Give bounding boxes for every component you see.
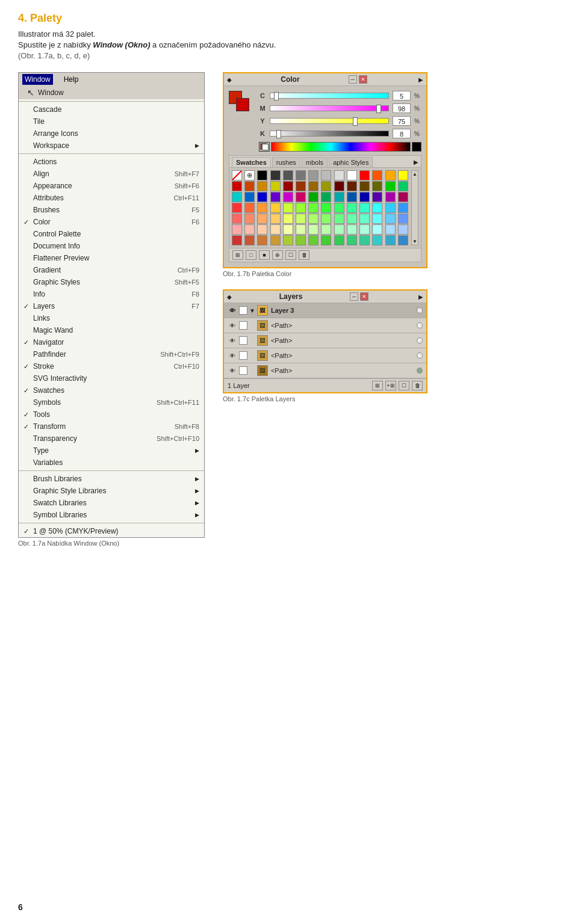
swatch-cell[interactable] xyxy=(372,203,382,213)
swatch-cell[interactable] xyxy=(257,203,267,213)
swatch-cell[interactable] xyxy=(398,203,408,213)
swatch-target-btn[interactable]: ⊕ xyxy=(272,250,283,260)
tab-aphic-styles[interactable]: aphic Styles xyxy=(329,157,373,167)
swatch-cell[interactable] xyxy=(232,203,242,213)
color-minimize-btn[interactable]: ─ xyxy=(349,75,357,84)
path1-eye-icon[interactable]: 👁 xyxy=(228,321,237,330)
swatch-target[interactable]: ⊕ xyxy=(244,170,255,180)
swatch-cell[interactable] xyxy=(321,181,331,191)
swatch-cell[interactable] xyxy=(398,214,408,224)
menu-bar-window[interactable]: Window xyxy=(22,74,53,85)
swatch-cell[interactable] xyxy=(347,192,357,202)
layer3-expand[interactable]: ▼ xyxy=(249,307,255,314)
swatch-cell[interactable] xyxy=(321,224,331,235)
color-menu-arrow[interactable]: ◆ xyxy=(227,76,232,83)
swatch-cell[interactable] xyxy=(270,235,281,245)
c-slider[interactable] xyxy=(270,93,389,99)
swatch-cell[interactable] xyxy=(347,203,357,213)
swatch-cell[interactable] xyxy=(296,203,306,213)
swatch-cell[interactable] xyxy=(372,192,382,202)
menu-item-svg[interactable]: SVG Interactivity xyxy=(19,372,204,384)
menu-item-attributes[interactable]: AttributesCtrl+F11 xyxy=(19,192,204,204)
background-color-swatch[interactable] xyxy=(236,98,249,111)
menu-item-info[interactable]: InfoF8 xyxy=(19,288,204,300)
tab-swatches[interactable]: Swatches xyxy=(232,157,271,167)
menu-item-align[interactable]: AlignShift+F7 xyxy=(19,168,204,180)
black-swatch[interactable] xyxy=(412,142,421,152)
swatch-cell[interactable] xyxy=(270,192,281,202)
swatch-cell[interactable] xyxy=(270,203,281,213)
layers-make-comp-btn[interactable]: ⊞ xyxy=(372,381,383,390)
menu-item-color[interactable]: ColorF6 xyxy=(19,216,204,228)
menu-bar-help[interactable]: Help xyxy=(61,74,81,85)
swatch-cell[interactable] xyxy=(257,235,267,245)
swatch-cell[interactable] xyxy=(359,203,370,213)
swatch-trash-btn[interactable]: 🗑 xyxy=(299,250,309,260)
swatch-cell[interactable] xyxy=(334,170,344,180)
swatch-new-group-btn[interactable]: ⊞ xyxy=(232,250,243,260)
swatch-cell[interactable] xyxy=(334,235,344,245)
menu-item-active-file[interactable]: 1 @ 50% (CMYK/Preview) xyxy=(19,525,204,537)
swatch-cell[interactable] xyxy=(347,214,357,224)
swatch-cell[interactable] xyxy=(232,214,242,224)
swatch-cell[interactable] xyxy=(398,224,408,235)
swatch-cell[interactable] xyxy=(385,181,396,191)
swatch-cell[interactable] xyxy=(321,170,331,180)
c-thumb[interactable] xyxy=(274,92,279,100)
swatch-cell[interactable] xyxy=(257,192,267,202)
swatch-cell[interactable] xyxy=(334,203,344,213)
swatch-cell[interactable] xyxy=(244,203,255,213)
path3-checkbox[interactable] xyxy=(239,351,247,360)
path2-eye-icon[interactable]: 👁 xyxy=(228,336,237,345)
swatch-cell[interactable] xyxy=(296,192,306,202)
menu-item-new-window[interactable]: ↖ Window xyxy=(19,86,204,99)
swatch-cell[interactable] xyxy=(244,224,255,235)
swatch-cell[interactable] xyxy=(398,181,408,191)
path4-checkbox[interactable] xyxy=(239,366,247,375)
swatch-cell[interactable] xyxy=(283,224,293,235)
layer-row-path1[interactable]: 👁 ▼ 🖼 <Path> xyxy=(224,318,426,333)
swatch-cell[interactable] xyxy=(257,224,267,235)
color-close-btn[interactable]: ✕ xyxy=(359,75,367,84)
swatch-cell[interactable] xyxy=(347,235,357,245)
m-slider[interactable] xyxy=(270,105,389,111)
menu-item-layers[interactable]: LayersF7 xyxy=(19,300,204,312)
tab-rushes[interactable]: rushes xyxy=(272,157,300,167)
swatch-cell[interactable] xyxy=(244,192,255,202)
swatch-cell[interactable] xyxy=(359,192,370,202)
menu-item-graphic-style-libraries[interactable]: Graphic Style Libraries xyxy=(19,485,204,497)
swatch-cell[interactable] xyxy=(257,181,267,191)
menu-item-type[interactable]: Type xyxy=(19,445,204,457)
color-gradient-bar[interactable] xyxy=(271,142,411,152)
swatch-cell[interactable] xyxy=(334,181,344,191)
menu-item-tools[interactable]: Tools xyxy=(19,408,204,420)
swatch-cell[interactable] xyxy=(308,203,319,213)
swatch-cell[interactable] xyxy=(308,181,319,191)
swatch-cell[interactable] xyxy=(359,181,370,191)
swatch-cell[interactable] xyxy=(270,181,281,191)
swatch-cell[interactable] xyxy=(334,214,344,224)
path4-eye-icon[interactable]: 👁 xyxy=(228,366,237,375)
layers-new-layer-btn[interactable]: +⊞ xyxy=(385,381,396,390)
menu-item-gradient[interactable]: GradientCtrl+F9 xyxy=(19,264,204,276)
scroll-down-arrow[interactable]: ▼ xyxy=(412,239,417,244)
path2-checkbox[interactable] xyxy=(239,336,247,345)
scroll-up-arrow[interactable]: ▲ xyxy=(412,171,417,177)
menu-item-actions[interactable]: Actions xyxy=(19,156,204,168)
layer-row-path4[interactable]: 👁 ▼ 🖼 <Path> xyxy=(224,363,426,378)
swatch-cell[interactable] xyxy=(283,181,293,191)
swatch-square-btn[interactable]: ■ xyxy=(259,250,270,260)
swatch-cell[interactable] xyxy=(385,203,396,213)
color-options-arrow[interactable]: ▶ xyxy=(418,76,423,83)
menu-item-stroke[interactable]: StrokeCtrl+F10 xyxy=(19,360,204,372)
menu-item-magic-wand[interactable]: Magic Wand xyxy=(19,324,204,336)
menu-item-control-palette[interactable]: Control Palette xyxy=(19,228,204,240)
menu-item-pathfinder[interactable]: PathfinderShift+Ctrl+F9 xyxy=(19,348,204,360)
menu-item-brushes[interactable]: BrushesF5 xyxy=(19,204,204,216)
menu-item-appearance[interactable]: AppearanceShift+F6 xyxy=(19,180,204,192)
menu-item-symbols[interactable]: SymbolsShift+Ctrl+F11 xyxy=(19,396,204,408)
swatch-cell[interactable] xyxy=(270,224,281,235)
swatch-cell[interactable] xyxy=(283,170,293,180)
menu-item-variables[interactable]: Variables xyxy=(19,457,204,469)
swatch-cell[interactable] xyxy=(385,224,396,235)
